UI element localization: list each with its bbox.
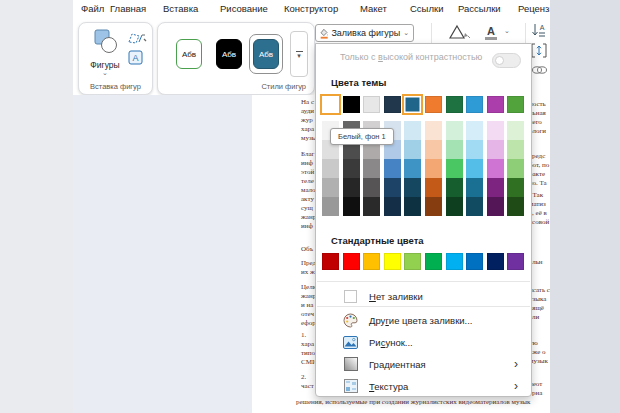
word-window: Файл Главная Вставка Рисование Конструкт…: [73, 0, 550, 413]
textbox-button[interactable]: A: [128, 50, 143, 69]
texture-fill-item[interactable]: Текстура ›: [316, 376, 531, 396]
theme-color-swatch[interactable]: [404, 96, 421, 113]
size-position-button[interactable]: [531, 43, 547, 62]
shape-style-2[interactable]: Абв: [216, 39, 242, 69]
theme-variant-swatch[interactable]: [404, 159, 421, 178]
theme-variant-swatch[interactable]: [487, 121, 504, 140]
theme-color-swatch[interactable]: [384, 96, 401, 113]
theme-color-swatch[interactable]: [446, 96, 463, 113]
theme-color-swatch[interactable]: [507, 96, 524, 113]
tab-references[interactable]: Ссылки: [410, 3, 443, 14]
tab-layout[interactable]: Макет: [360, 3, 387, 14]
standard-color-swatch[interactable]: [363, 253, 380, 270]
standard-color-swatch[interactable]: [446, 253, 463, 270]
theme-variant-swatch[interactable]: [507, 159, 524, 178]
theme-variant-swatch[interactable]: [487, 178, 504, 197]
theme-variant-swatch[interactable]: [404, 178, 421, 197]
standard-color-swatch[interactable]: [507, 253, 524, 270]
standard-color-swatch[interactable]: [466, 253, 483, 270]
theme-variant-swatch[interactable]: [487, 159, 504, 178]
theme-color-swatch[interactable]: [425, 96, 442, 113]
submenu-chevron-icon: ›: [514, 359, 518, 369]
chevron-down-icon: ⌄: [504, 28, 510, 34]
theme-variant-swatch[interactable]: [466, 159, 483, 178]
theme-variant-swatch[interactable]: [466, 140, 483, 159]
theme-variant-column: [404, 121, 421, 216]
theme-variant-swatch[interactable]: [363, 159, 380, 178]
theme-variant-swatch[interactable]: [322, 159, 339, 178]
theme-variant-swatch[interactable]: [507, 121, 524, 140]
tab-mailings[interactable]: Рассылки: [458, 3, 501, 14]
theme-variant-swatch[interactable]: [507, 178, 524, 197]
tab-review[interactable]: Рецензирование: [518, 3, 550, 14]
sort-button[interactable]: A: [531, 23, 547, 42]
theme-variant-swatch[interactable]: [446, 140, 463, 159]
shape-fill-button[interactable]: Заливка фигуры ⌄: [315, 24, 414, 42]
theme-variant-swatch[interactable]: [404, 197, 421, 216]
theme-variant-swatch[interactable]: [343, 197, 360, 216]
shape-style-3-selected[interactable]: Абв: [253, 39, 279, 69]
picture-fill-item[interactable]: Рисунок...: [316, 332, 531, 352]
svg-text:A: A: [132, 53, 138, 63]
theme-color-swatch[interactable]: [363, 96, 380, 113]
standard-color-swatch[interactable]: [404, 253, 421, 270]
standard-color-swatch[interactable]: [384, 253, 401, 270]
theme-variant-swatch[interactable]: [446, 159, 463, 178]
theme-variant-swatch[interactable]: [425, 197, 442, 216]
theme-variant-swatch[interactable]: [363, 197, 380, 216]
theme-variant-swatch[interactable]: [425, 178, 442, 197]
theme-variant-swatch[interactable]: [487, 197, 504, 216]
gradient-fill-item[interactable]: Градиентная ›: [316, 354, 531, 374]
theme-variant-swatch[interactable]: [363, 178, 380, 197]
theme-variant-swatch[interactable]: [446, 121, 463, 140]
theme-variant-swatch[interactable]: [384, 159, 401, 178]
edit-shape-button[interactable]: [127, 31, 147, 49]
standard-color-swatch[interactable]: [425, 253, 442, 270]
theme-color-swatch[interactable]: [343, 96, 360, 113]
theme-variant-swatch[interactable]: [466, 197, 483, 216]
high-contrast-toggle[interactable]: [492, 53, 521, 68]
theme-variant-swatch[interactable]: [404, 121, 421, 140]
theme-color-swatch[interactable]: [322, 96, 339, 113]
theme-variant-swatch[interactable]: [446, 197, 463, 216]
theme-variant-swatch[interactable]: [322, 178, 339, 197]
tab-home[interactable]: Главная: [110, 3, 146, 14]
chevron-down-icon: ⌄: [403, 30, 409, 36]
styles-gallery-more-button[interactable]: ▾: [290, 31, 308, 77]
tab-draw[interactable]: Рисование: [220, 3, 268, 14]
standard-color-swatch[interactable]: [487, 253, 504, 270]
theme-color-swatch[interactable]: [487, 96, 504, 113]
tab-insert[interactable]: Вставка: [163, 3, 198, 14]
tab-design[interactable]: Конструктор: [284, 3, 338, 14]
theme-variant-swatch[interactable]: [404, 140, 421, 159]
theme-variant-swatch[interactable]: [446, 178, 463, 197]
theme-color-swatch[interactable]: [466, 96, 483, 113]
chevron-down-icon: ⌄: [85, 70, 125, 76]
theme-variant-swatch[interactable]: [384, 197, 401, 216]
tab-file[interactable]: Файл: [81, 3, 104, 14]
shape-outline-button[interactable]: [449, 24, 471, 45]
theme-variant-swatch[interactable]: [425, 121, 442, 140]
theme-variant-swatch[interactable]: [507, 197, 524, 216]
theme-variant-swatch[interactable]: [343, 178, 360, 197]
link-button[interactable]: [531, 62, 548, 80]
text-effects-button[interactable]: А ⌄: [483, 24, 515, 41]
shapes-button[interactable]: Фигуры ⌄: [85, 28, 125, 76]
theme-variant-swatch[interactable]: [384, 178, 401, 197]
theme-variant-swatch[interactable]: [425, 159, 442, 178]
theme-variant-swatch[interactable]: [425, 140, 442, 159]
gallery-more-arrow-icon: ▾: [297, 53, 301, 58]
theme-variant-swatch[interactable]: [322, 197, 339, 216]
theme-variant-swatch[interactable]: [487, 140, 504, 159]
standard-color-swatch[interactable]: [343, 253, 360, 270]
picture-icon: [343, 335, 358, 350]
theme-variant-swatch[interactable]: [343, 159, 360, 178]
more-fill-colors-item[interactable]: Другие цвета заливки...: [316, 310, 531, 330]
shape-style-1[interactable]: Абв: [176, 39, 202, 69]
no-fill-item[interactable]: Нет заливки: [316, 286, 531, 306]
theme-variant-swatch[interactable]: [466, 121, 483, 140]
standard-color-swatch[interactable]: [322, 253, 339, 270]
theme-variant-swatch[interactable]: [466, 178, 483, 197]
sort-az-icon: A: [531, 23, 547, 38]
theme-variant-swatch[interactable]: [507, 140, 524, 159]
